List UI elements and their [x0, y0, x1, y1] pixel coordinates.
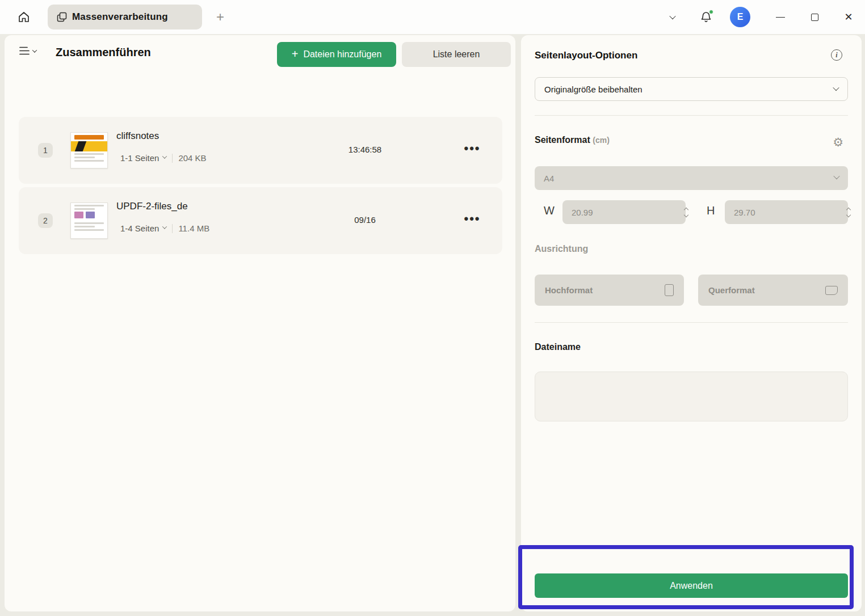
chevron-down-icon	[833, 85, 839, 91]
add-files-button[interactable]: + Dateien hinzufügen	[277, 42, 396, 67]
landscape-page-icon	[825, 286, 838, 295]
chevron-down-icon	[669, 13, 675, 19]
info-icon[interactable]: i	[831, 49, 842, 61]
width-label: W	[544, 204, 555, 217]
home-button[interactable]	[12, 6, 35, 28]
maximize-button[interactable]	[803, 6, 826, 28]
app-window: Massenverarbeitung + E ✕	[0, 0, 865, 616]
chevron-down-icon	[162, 224, 167, 229]
clear-list-button[interactable]: Liste leeren	[402, 42, 511, 67]
file-modified: 09/16	[325, 215, 405, 225]
page-range-dropdown[interactable]: 1-4 Seiten	[120, 223, 166, 233]
file-thumbnail	[70, 202, 108, 239]
file-name: UPDF-2-files_de	[116, 201, 188, 212]
layout-mode-value: Originalgröße beibehalten	[544, 85, 643, 94]
file-name: cliffsnotes	[116, 130, 159, 142]
home-icon	[18, 11, 30, 23]
divider	[535, 115, 848, 116]
avatar-letter: E	[737, 12, 744, 22]
page-format-unit: (cm)	[593, 136, 610, 145]
width-input	[562, 208, 685, 217]
clear-list-label: Liste leeren	[433, 49, 480, 60]
landscape-button: Querformat	[698, 275, 848, 306]
stepper-icon	[685, 208, 695, 217]
tab-label: Massenverarbeitung	[72, 11, 168, 23]
minimize-icon	[776, 17, 785, 18]
portrait-label: Hochformat	[545, 285, 593, 295]
gear-icon[interactable]: ⚙	[833, 136, 843, 148]
height-field	[725, 200, 848, 224]
filename-input[interactable]	[535, 372, 848, 421]
titlebar: Massenverarbeitung + E ✕	[0, 0, 865, 34]
file-size: 204 KB	[178, 153, 206, 163]
layout-options-panel: Seitenlayout-Optionen i Originalgröße be…	[521, 35, 862, 611]
minimize-button[interactable]	[769, 6, 792, 28]
file-size: 11.4 MB	[178, 223, 209, 233]
plus-icon: +	[216, 9, 224, 25]
divider	[172, 224, 173, 233]
width-field	[562, 200, 686, 224]
tab-massenverarbeitung[interactable]: Massenverarbeitung	[48, 5, 202, 29]
menu-button[interactable]	[19, 47, 36, 55]
stepper-icon	[847, 208, 857, 217]
height-label: H	[707, 204, 715, 217]
maximize-icon	[811, 14, 818, 21]
height-input	[725, 208, 847, 217]
layout-mode-select[interactable]: Originalgröße beibehalten	[535, 77, 848, 101]
chevron-down-icon	[32, 48, 37, 52]
file-modified: 13:46:58	[325, 145, 405, 154]
plus-icon: +	[292, 48, 299, 61]
add-files-label: Dateien hinzufügen	[303, 49, 381, 60]
paper-size-value: A4	[544, 174, 554, 183]
ellipsis-icon: •••	[464, 212, 480, 226]
row-more-button[interactable]: •••	[459, 137, 485, 160]
chevron-down-icon	[162, 154, 167, 158]
divider	[172, 154, 173, 163]
chevron-down-icon	[833, 173, 839, 179]
landscape-label: Querformat	[708, 285, 755, 295]
filename-label: Dateiname	[535, 342, 581, 352]
row-index-badge: 2	[38, 213, 53, 228]
avatar[interactable]: E	[730, 7, 750, 27]
divider	[535, 322, 848, 323]
page-range-dropdown[interactable]: 1-1 Seiten	[120, 153, 166, 163]
ellipsis-icon: •••	[464, 141, 480, 156]
close-button[interactable]: ✕	[837, 6, 860, 28]
portrait-button: Hochformat	[535, 275, 684, 306]
row-more-button[interactable]: •••	[459, 208, 485, 230]
page-title: Zusammenführen	[56, 46, 151, 59]
close-icon: ✕	[844, 11, 853, 23]
portrait-page-icon	[665, 284, 674, 296]
table-row[interactable]: 1 cliffsnotes 1-1 Seiten 204 KB 13:46:58…	[19, 117, 502, 184]
orientation-label: Ausrichtung	[535, 244, 588, 254]
file-thumbnail	[70, 132, 108, 168]
merge-panel: Zusammenführen + Dateien hinzufügen List…	[5, 35, 515, 611]
apply-label: Anwenden	[670, 581, 713, 590]
paper-size-select: A4	[535, 166, 848, 190]
row-index-badge: 1	[38, 143, 53, 158]
list-icon	[19, 47, 30, 55]
batch-icon	[57, 12, 67, 22]
new-tab-button[interactable]: +	[209, 6, 232, 28]
apply-button[interactable]: Anwenden	[535, 573, 848, 598]
page-format-label: Seitenformat (cm)	[535, 135, 610, 145]
panel-title: Seitenlayout-Optionen	[535, 50, 637, 61]
tab-list-button[interactable]	[661, 6, 684, 28]
notifications-button[interactable]	[695, 6, 717, 28]
table-row[interactable]: 2 UPDF-2-files_de 1-4 Seiten 11.4 MB 09/…	[19, 187, 502, 254]
notification-dot	[709, 10, 713, 14]
